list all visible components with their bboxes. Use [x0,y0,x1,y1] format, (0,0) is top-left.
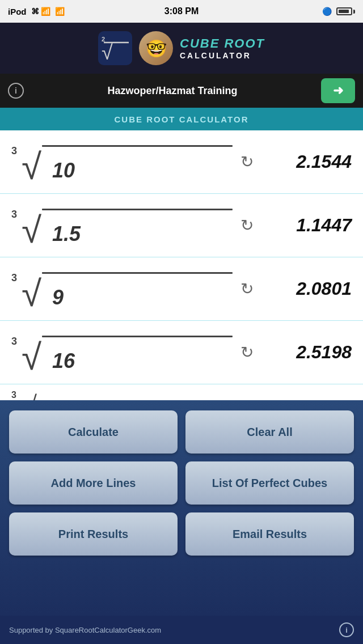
status-time: 3:08 PM [164,6,199,16]
ad-text: Hazwoper/Hazmat Training [29,85,315,97]
clear-all-button[interactable]: Clear All [185,410,354,454]
footer-info-icon[interactable]: i [339,622,354,637]
buttons-grid: Calculate Clear All Add More Lines List … [0,400,363,556]
refresh-btn-4[interactable]: ↻ [233,343,261,362]
exponent-3-4: 3 [11,336,17,348]
status-right: 🔵 [322,7,355,16]
radical-bar-3 [42,272,233,274]
refresh-btn-1[interactable]: ↻ [233,152,261,171]
refresh-icon-1: ↻ [240,152,254,171]
character-icon: 🤓 [139,31,173,65]
cube-root-expr-3: 3 √ 9 [11,266,233,312]
battery-icon [336,7,355,15]
print-results-button[interactable]: Print Results [9,512,178,556]
section-header: CUBE ROOT CALCULATOR [0,108,363,130]
wifi-icon: ⌘︎ 📶 [31,7,51,16]
ad-info-icon[interactable]: i [8,83,24,99]
footer-text: Supported by SquareRootCalculatorGeek.co… [9,626,161,634]
calc-result-3: 2.0801 [261,278,352,299]
calculate-button[interactable]: Calculate [9,410,178,454]
print-results-button-label: Print Results [58,528,128,541]
radical-symbol-3: √ [22,276,41,312]
add-more-lines-button[interactable]: Add More Lines [9,461,178,505]
ad-banner[interactable]: i Hazwoper/Hazmat Training ➜ [0,74,363,108]
app-title-bottom: CALCULATOR [180,51,265,60]
radical-content-4: 16 [52,349,75,373]
radical-content-3: 9 [52,286,64,310]
radical-bar-2 [42,209,233,210]
radical-bar-1 [42,145,233,147]
calc-row-4: 3 √ 16 ↻ 2.5198 [0,321,363,384]
cube-root-expr-4: 3 √ 16 [11,330,233,375]
arrow-right-icon: ➜ [333,83,343,98]
calc-result-4: 2.5198 [261,342,352,363]
radical-content-1: 10 [52,159,75,183]
app-header: 2 √ 🤓 CUBE ROOT CALCULATOR [0,23,363,74]
refresh-btn-3[interactable]: ↻ [233,279,261,298]
calc-result-2: 1.1447 [261,215,352,236]
radical-symbol-4: √ [22,339,41,375]
refresh-icon-2: ↻ [240,216,254,235]
list-of-perfect-cubes-button-label: List Of Perfect Cubes [212,477,327,490]
exponent-3-2: 3 [11,209,17,221]
app-title-block: CUBE ROOT CALCULATOR [180,36,265,60]
bluetooth-icon: 🔵 [322,7,332,16]
cube-root-expr-2: 3 √ 1.5 [11,203,233,248]
calc-area: 3 √ 10 ↻ 2.1544 3 √ 1.5 ↻ 1.1447 3 √ 9 [0,130,363,413]
calc-row-2: 3 √ 1.5 ↻ 1.1447 [0,194,363,257]
radical-content-2: 1.5 [52,222,81,246]
email-results-button-label: Email Results [233,528,307,541]
calc-result-1: 2.1544 [261,151,352,172]
app-title-top: CUBE ROOT [180,36,265,51]
refresh-btn-2[interactable]: ↻ [233,216,261,235]
bottom-panel: Calculate Clear All Add More Lines List … [0,400,363,644]
radical-symbol-2: √ [22,212,41,248]
clear-all-button-label: Clear All [247,426,292,439]
partial-exponent: 3 [11,390,16,400]
refresh-icon-4: ↻ [240,343,254,362]
add-more-lines-button-label: Add More Lines [50,477,136,490]
device-label: iPod [8,7,27,16]
cube-root-expr-1: 3 √ 10 [11,139,233,185]
calc-row-1: 3 √ 10 ↻ 2.1544 [0,130,363,194]
app-logo-icon: 2 √ [98,31,132,65]
exponent-3-3: 3 [11,272,17,284]
email-results-button[interactable]: Email Results [185,512,354,556]
calculate-button-label: Calculate [68,426,119,439]
svg-text:√: √ [102,41,113,64]
list-of-perfect-cubes-button[interactable]: List Of Perfect Cubes [185,461,354,505]
status-bar: iPod ⌘︎ 📶 📶 3:08 PM 🔵 [0,0,363,23]
radical-symbol-1: √ [22,149,41,185]
footer: Supported by SquareRootCalculatorGeek.co… [0,616,363,644]
calc-row-3: 3 √ 9 ↻ 2.0801 [0,257,363,321]
status-left: iPod ⌘︎ 📶 📶 [8,7,65,16]
radical-bar-4 [42,336,233,337]
refresh-icon-3: ↻ [240,279,254,298]
section-header-text: CUBE ROOT CALCULATOR [115,115,249,124]
wifi-signal-icon: 📶 [55,7,65,16]
ad-arrow-button[interactable]: ➜ [321,78,355,103]
exponent-3: 3 [11,145,17,157]
